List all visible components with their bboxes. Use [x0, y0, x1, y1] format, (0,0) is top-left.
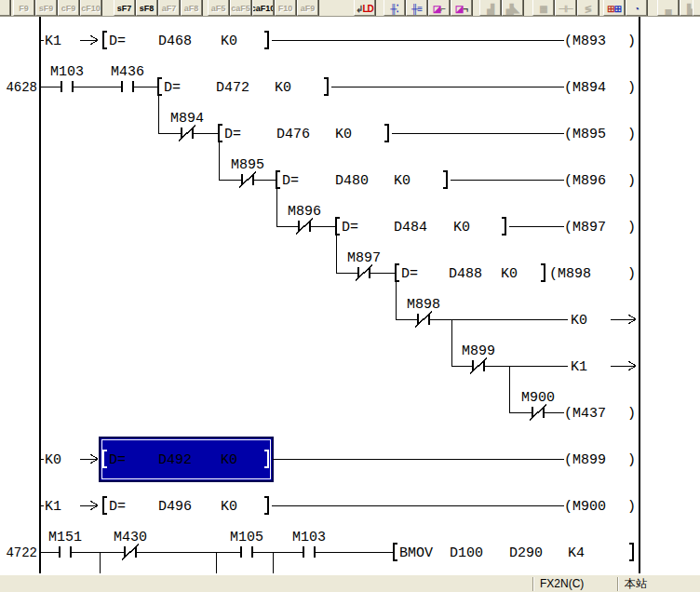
contact-M900-nc[interactable]: M900	[521, 390, 555, 420]
block-close-bracket[interactable]	[264, 32, 268, 48]
svg-text:(M894: (M894	[564, 80, 606, 96]
block-open-bracket[interactable]	[336, 218, 340, 235]
svg-text:D=: D=	[282, 173, 299, 189]
contact-M105-no[interactable]: M105	[230, 530, 263, 558]
block-close-bracket[interactable]	[384, 125, 388, 141]
contact-M899-nc[interactable]: M899	[462, 343, 495, 373]
contact-M895-nc[interactable]: M895	[231, 157, 264, 187]
block-open-bracket[interactable]	[103, 32, 107, 48]
svg-text:M103: M103	[292, 530, 326, 545]
operand-text[interactable]: D484	[394, 220, 427, 235]
svg-text:K0: K0	[45, 452, 61, 468]
coil-M898[interactable]: (M898)	[549, 266, 636, 282]
block-open-bracket[interactable]	[158, 78, 162, 95]
read-ladder-icon-glyph: LD	[363, 4, 373, 14]
contact-M898-nc[interactable]: M898	[407, 297, 440, 327]
operand-text[interactable]: K0	[275, 80, 291, 96]
block-open-bracket[interactable]	[276, 171, 280, 188]
svg-text:D=: D=	[342, 220, 358, 235]
wrap-in-label: K0	[40, 452, 61, 468]
device-find-alt-icon[interactable]: ◪¬	[451, 0, 472, 16]
contact-M894-nc[interactable]: M894	[170, 111, 204, 141]
fkey-button-sF7[interactable]: sF7	[114, 0, 135, 16]
operand-text[interactable]: K4	[568, 545, 585, 561]
svg-text:4628: 4628	[6, 80, 37, 95]
svg-text:D488: D488	[449, 266, 482, 282]
operand-text[interactable]: D=	[401, 266, 418, 282]
operand-text[interactable]: D472	[216, 80, 249, 96]
operand-text[interactable]: K0	[394, 173, 411, 189]
operand-text[interactable]: K0	[221, 452, 237, 468]
contact-M103-no[interactable]: M103	[292, 530, 326, 558]
block-close-bracket[interactable]	[629, 544, 633, 560]
svg-text:(M899: (M899	[564, 452, 606, 468]
operand-text[interactable]: D468	[158, 34, 192, 49]
coil-M895[interactable]: (M895)	[564, 127, 636, 142]
block-open-bracket[interactable]	[103, 497, 107, 514]
operand-text[interactable]: D=	[224, 127, 241, 142]
read-ladder-icon[interactable]: ↲LD	[354, 0, 375, 16]
svg-text:D484: D484	[394, 220, 427, 235]
device-find-icon[interactable]: ◪⌐	[428, 0, 450, 16]
fkey-button-F9: F9	[13, 0, 34, 16]
block-close-bracket[interactable]	[541, 264, 545, 281]
block-open-bracket[interactable]	[396, 264, 399, 281]
refresh-monitor-icon[interactable]: ◔	[626, 0, 647, 16]
operand-text[interactable]: D480	[335, 173, 369, 189]
block-close-bracket[interactable]	[264, 497, 268, 514]
block-open-bracket[interactable]	[394, 544, 397, 560]
device-find-icon-glyph: ◪	[433, 4, 440, 14]
contact-M897-nc[interactable]: M897	[347, 250, 381, 280]
operand-text[interactable]: K0	[453, 220, 470, 235]
coil-M899[interactable]: (M899)	[564, 452, 636, 468]
coil-M897[interactable]: (M897)	[564, 220, 636, 235]
svg-text:M103: M103	[50, 64, 84, 80]
operand-text[interactable]: K0	[335, 127, 352, 142]
svg-text:D492: D492	[158, 452, 192, 468]
block-close-bracket[interactable]	[443, 171, 447, 188]
block-close-bracket[interactable]	[324, 78, 328, 95]
ladder-monitor-icon[interactable]: ╫⁚	[384, 0, 405, 16]
svg-text:D=: D=	[224, 127, 241, 142]
contact-M430-nc[interactable]: M430	[114, 530, 147, 559]
contact-M896-nc[interactable]: M896	[288, 204, 321, 234]
operand-text[interactable]: D290	[509, 545, 543, 561]
clip-tool-icon[interactable]: ⧉	[693, 0, 700, 16]
coil-M894[interactable]: (M894)	[564, 80, 636, 96]
operand-text[interactable]: D496	[158, 499, 192, 515]
coil-M900[interactable]: (M900)	[564, 499, 636, 515]
operand-text[interactable]: D100	[450, 545, 483, 561]
operand-text[interactable]: D=	[109, 34, 126, 49]
hline-tool-icon: ⊣⊢	[555, 0, 576, 16]
svg-text:M895: M895	[231, 157, 264, 173]
operand-text[interactable]: D=	[164, 80, 181, 96]
operand-text[interactable]: K0	[501, 266, 518, 282]
coil-M437[interactable]: (M437)	[564, 406, 636, 422]
operand-text[interactable]: D488	[449, 266, 482, 282]
operand-text[interactable]: D=	[342, 220, 358, 235]
contact-M151-no[interactable]: M151	[48, 530, 82, 558]
operand-text[interactable]: D=	[109, 452, 126, 468]
operand-text[interactable]: D492	[158, 452, 192, 468]
operand-text[interactable]: K0	[221, 499, 237, 515]
window-tile-icon[interactable]: ⊞⊞	[603, 0, 625, 16]
operand-text[interactable]: D476	[276, 127, 310, 142]
operand-text[interactable]: BMOV	[399, 545, 433, 561]
block-close-bracket[interactable]	[502, 218, 505, 235]
block-open-bracket[interactable]	[219, 125, 222, 141]
operand-text[interactable]: D=	[282, 173, 299, 189]
contact-M103-no[interactable]: M103	[50, 64, 84, 92]
coil-M893[interactable]: (M893)	[564, 34, 636, 49]
svg-text:K0: K0	[335, 127, 352, 142]
coil-M896[interactable]: (M896)	[564, 173, 636, 189]
fkey-button-sF8[interactable]: sF8	[136, 0, 157, 16]
ladder-edit-icon[interactable]: ╫≡	[406, 0, 427, 16]
operand-text[interactable]: K0	[221, 34, 237, 49]
device-find-icon-glyph: ⌐	[440, 4, 445, 14]
contact-M436-no[interactable]: M436	[111, 64, 144, 92]
svg-text:K0: K0	[571, 313, 587, 329]
fkey-button-caF10[interactable]: caF10	[252, 0, 274, 16]
status-station: 本站	[621, 575, 700, 592]
hline-tool-icon-glyph: ⊣⊢	[559, 4, 572, 14]
operand-text[interactable]: D=	[109, 499, 126, 515]
